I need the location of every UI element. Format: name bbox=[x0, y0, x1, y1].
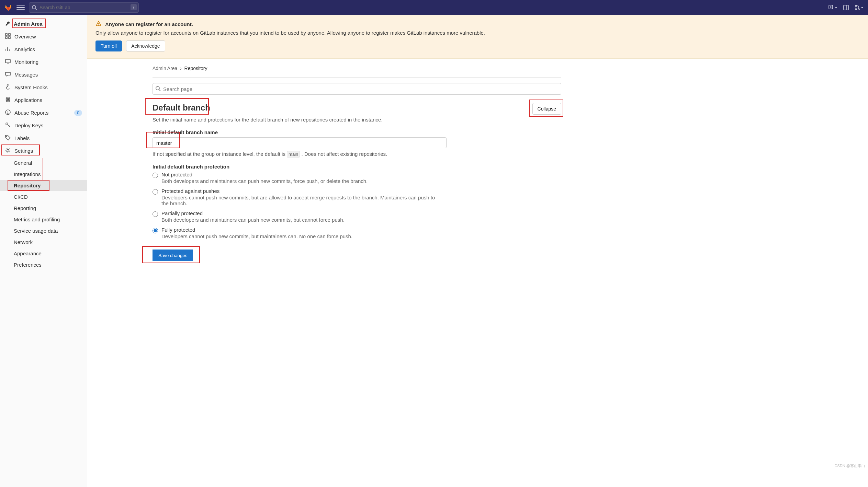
page-search bbox=[153, 83, 561, 95]
sidebar-item-settings[interactable]: Settings bbox=[0, 144, 87, 157]
sidebar-item-applications[interactable]: Applications bbox=[0, 94, 87, 106]
sidebar-item-label: Analytics bbox=[14, 46, 35, 52]
warning-icon bbox=[95, 21, 102, 28]
sidebar-item-label: Messages bbox=[14, 72, 38, 78]
gitlab-logo-icon[interactable] bbox=[4, 3, 12, 12]
messages-icon bbox=[5, 71, 11, 78]
sidebar-item-label: Appearance bbox=[14, 251, 42, 256]
svg-point-23 bbox=[8, 99, 9, 100]
sidebar-item-label: Deploy Keys bbox=[14, 123, 43, 128]
initial-branch-name-input[interactable] bbox=[153, 137, 447, 148]
sidebar-item-label: Labels bbox=[14, 135, 30, 141]
sidebar-item-abuse-reports[interactable]: Abuse Reports0 bbox=[0, 106, 87, 119]
hooks-icon bbox=[5, 84, 11, 91]
alert-body: Only allow anyone to register for accoun… bbox=[95, 30, 860, 36]
sidebar-item-label: Overview bbox=[14, 34, 36, 39]
acknowledge-button[interactable]: Acknowledge bbox=[126, 40, 165, 51]
breadcrumb-admin-area[interactable]: Admin Area bbox=[153, 66, 177, 71]
protection-radio[interactable] bbox=[153, 211, 158, 217]
protection-radio-desc: Both developers and maintainers can push… bbox=[161, 178, 368, 184]
search-kbd-hint: / bbox=[131, 4, 137, 10]
protection-option-1: Protected against pushesDevelopers canno… bbox=[153, 188, 561, 206]
svg-rect-11 bbox=[9, 34, 10, 35]
section-desc: Set the initial name and protections for… bbox=[153, 117, 561, 123]
sidebar-item-messages[interactable]: Messages bbox=[0, 68, 87, 81]
search-icon bbox=[32, 5, 37, 11]
breadcrumb: Admin Area › Repository bbox=[153, 64, 561, 78]
svg-point-8 bbox=[855, 9, 857, 10]
sidebar-item-preferences[interactable]: Preferences bbox=[0, 259, 87, 270]
sidebar-item-general[interactable]: General bbox=[0, 157, 87, 169]
sidebar-item-monitoring[interactable]: Monitoring bbox=[0, 56, 87, 68]
sidebar-item-label: Reporting bbox=[14, 205, 36, 211]
sidebar-item-label: Preferences bbox=[14, 262, 42, 268]
protection-radio[interactable] bbox=[153, 189, 158, 195]
svg-point-24 bbox=[9, 99, 10, 100]
protection-radio[interactable] bbox=[153, 173, 158, 178]
svg-rect-17 bbox=[5, 59, 10, 63]
hamburger-menu-icon[interactable] bbox=[16, 3, 25, 12]
protection-radio-desc: Developers cannot push new commits, but … bbox=[161, 195, 443, 206]
svg-line-1 bbox=[35, 9, 37, 10]
sidebar-item-reporting[interactable]: Reporting bbox=[0, 202, 87, 214]
protection-radio-label: Protected against pushes bbox=[161, 188, 443, 194]
merge-requests-icon[interactable] bbox=[854, 3, 864, 12]
sidebar-item-system-hooks[interactable]: System Hooks bbox=[0, 81, 87, 94]
breadcrumb-repository[interactable]: Repository bbox=[184, 66, 207, 71]
analytics-icon bbox=[5, 46, 11, 53]
sidebar-item-label: Applications bbox=[14, 97, 42, 103]
svg-point-37 bbox=[98, 25, 99, 25]
svg-rect-12 bbox=[5, 37, 7, 38]
svg-point-20 bbox=[8, 98, 9, 99]
turn-off-button[interactable]: Turn off bbox=[95, 40, 122, 51]
protection-option-3: Fully protectedDevelopers cannot push ne… bbox=[153, 227, 561, 239]
sidebar-item-label: Abuse Reports bbox=[14, 110, 48, 116]
svg-point-35 bbox=[7, 149, 9, 151]
protection-radio[interactable] bbox=[153, 228, 158, 233]
gear-icon bbox=[5, 147, 11, 154]
svg-line-33 bbox=[9, 126, 10, 126]
sidebar-item-service-usage-data[interactable]: Service usage data bbox=[0, 225, 87, 236]
sidebar-item-label: Repository bbox=[14, 183, 41, 188]
sidebar-item-label: Integrations bbox=[14, 171, 41, 177]
svg-point-38 bbox=[156, 86, 159, 90]
sidebar-item-appearance[interactable]: Appearance bbox=[0, 248, 87, 259]
sidebar-badge: 0 bbox=[74, 110, 82, 116]
save-changes-button[interactable]: Save changes bbox=[153, 250, 193, 261]
section-title-default-branch: Default branch bbox=[153, 103, 210, 113]
svg-point-27 bbox=[9, 101, 10, 102]
sidebar-item-deploy-keys[interactable]: Deploy Keys bbox=[0, 119, 87, 132]
sidebar-item-label: CI/CD bbox=[14, 194, 28, 200]
alert-title: Anyone can register for an account. bbox=[105, 21, 193, 27]
registration-alert: Anyone can register for an account. Only… bbox=[87, 15, 868, 59]
issues-icon[interactable] bbox=[841, 3, 851, 12]
sidebar-item-ci-cd[interactable]: CI/CD bbox=[0, 191, 87, 202]
protection-option-0: Not protectedBoth developers and maintai… bbox=[153, 172, 561, 184]
main-content: Anyone can register for an account. Only… bbox=[87, 15, 868, 487]
sidebar-title-text: Admin Area bbox=[14, 21, 43, 27]
global-search-input[interactable] bbox=[29, 2, 139, 13]
branch-protection-label: Initial default branch protection bbox=[153, 164, 561, 170]
sidebar-item-labels[interactable]: Labels bbox=[0, 132, 87, 144]
sidebar-item-metrics-and-profiling[interactable]: Metrics and profiling bbox=[0, 214, 87, 225]
labels-icon bbox=[5, 135, 11, 142]
sidebar-item-label: Service usage data bbox=[14, 228, 58, 234]
abuse-icon bbox=[5, 109, 11, 116]
sidebar-item-overview[interactable]: Overview bbox=[0, 30, 87, 43]
svg-point-19 bbox=[6, 98, 7, 99]
svg-point-0 bbox=[32, 5, 36, 9]
sidebar-item-repository[interactable]: Repository bbox=[0, 180, 87, 191]
svg-point-9 bbox=[858, 9, 859, 10]
sidebar-item-label: Metrics and profiling bbox=[14, 217, 60, 222]
sidebar-item-analytics[interactable]: Analytics bbox=[0, 43, 87, 56]
svg-point-30 bbox=[8, 113, 8, 114]
dashboard-icon bbox=[5, 33, 11, 40]
global-search: / bbox=[29, 2, 139, 13]
collapse-button[interactable]: Collapse bbox=[532, 103, 561, 115]
plus-dropdown-icon[interactable] bbox=[828, 3, 838, 12]
page-search-input[interactable] bbox=[153, 83, 561, 95]
sidebar-item-network[interactable]: Network bbox=[0, 236, 87, 248]
sidebar-title[interactable]: Admin Area bbox=[0, 17, 87, 30]
sidebar-item-integrations[interactable]: Integrations bbox=[0, 169, 87, 180]
svg-rect-5 bbox=[844, 5, 848, 10]
